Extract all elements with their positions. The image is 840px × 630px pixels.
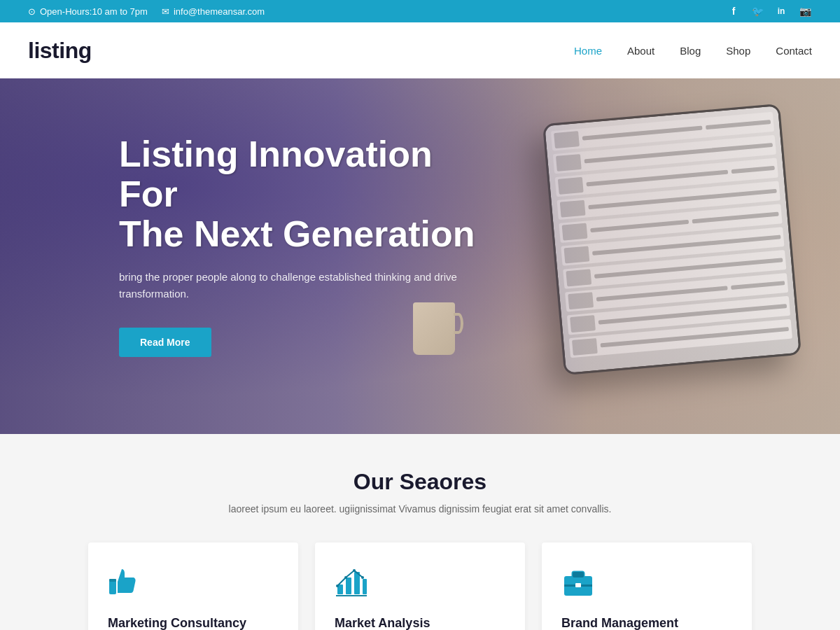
svg-point-9 bbox=[353, 569, 356, 572]
bar-chart-icon bbox=[335, 565, 505, 605]
email-label: info@themeansar.com bbox=[174, 6, 265, 17]
service-name-analysis: Market Analysis bbox=[335, 616, 505, 630]
nav-shop[interactable]: Shop bbox=[726, 45, 750, 57]
hours-label: Open-Hours:10 am to 7pm bbox=[40, 6, 148, 17]
svg-point-7 bbox=[336, 584, 339, 587]
svg-rect-15 bbox=[575, 583, 581, 587]
service-name-marketing: Marketing Consultancy bbox=[108, 616, 279, 630]
svg-rect-5 bbox=[363, 579, 367, 594]
svg-rect-13 bbox=[573, 572, 584, 578]
svg-point-8 bbox=[344, 576, 347, 579]
svg-rect-1 bbox=[109, 579, 116, 582]
svg-rect-3 bbox=[346, 578, 351, 594]
service-name-brand: Brand Management bbox=[561, 616, 732, 630]
instagram-link[interactable]: 📷 bbox=[798, 4, 812, 18]
clock-icon: ⊙ bbox=[28, 6, 36, 17]
hero-subtitle: bring the proper people along to challen… bbox=[119, 269, 490, 302]
read-more-button[interactable]: Read More bbox=[119, 328, 211, 357]
briefcase-icon bbox=[561, 565, 732, 605]
nav-home[interactable]: Home bbox=[574, 45, 602, 57]
hero-title: Listing Innovation For The Next Generati… bbox=[119, 134, 490, 255]
services-subtitle: laoreet ipsum eu laoreet. ugiignissimat … bbox=[28, 503, 812, 514]
header: listing Home About Blog Shop Contact bbox=[0, 22, 840, 78]
services-cards: Marketing Consultancy Market Analysi bbox=[28, 542, 812, 630]
social-links: f 🐦 in 📷 bbox=[727, 4, 812, 18]
svg-rect-0 bbox=[109, 580, 116, 594]
services-section: Our Seaores laoreet ipsum eu laoreet. ug… bbox=[0, 434, 840, 630]
hero-section: Listing Innovation For The Next Generati… bbox=[0, 78, 840, 434]
top-bar-info: ⊙ Open-Hours:10 am to 7pm ✉ info@themean… bbox=[28, 6, 265, 17]
svg-point-10 bbox=[361, 576, 364, 579]
mail-icon: ✉ bbox=[162, 6, 169, 17]
service-card-analysis: Market Analysis bbox=[315, 542, 525, 630]
twitter-link[interactable]: 🐦 bbox=[750, 4, 764, 18]
nav-about[interactable]: About bbox=[627, 45, 654, 57]
thumbs-up-icon bbox=[108, 565, 279, 605]
nav-blog[interactable]: Blog bbox=[680, 45, 701, 57]
service-card-brand: Brand Management bbox=[542, 542, 752, 630]
main-nav: Home About Blog Shop Contact bbox=[574, 45, 812, 57]
top-bar: ⊙ Open-Hours:10 am to 7pm ✉ info@themean… bbox=[0, 0, 840, 22]
email-info: ✉ info@themeansar.com bbox=[162, 6, 265, 17]
nav-contact[interactable]: Contact bbox=[776, 45, 812, 57]
linkedin-link[interactable]: in bbox=[774, 4, 788, 18]
services-title: Our Seaores bbox=[28, 469, 812, 495]
facebook-link[interactable]: f bbox=[727, 4, 741, 18]
hero-content: Listing Innovation For The Next Generati… bbox=[0, 78, 490, 357]
service-card-marketing: Marketing Consultancy bbox=[88, 542, 298, 630]
logo[interactable]: listing bbox=[28, 38, 92, 64]
hours-info: ⊙ Open-Hours:10 am to 7pm bbox=[28, 6, 148, 17]
